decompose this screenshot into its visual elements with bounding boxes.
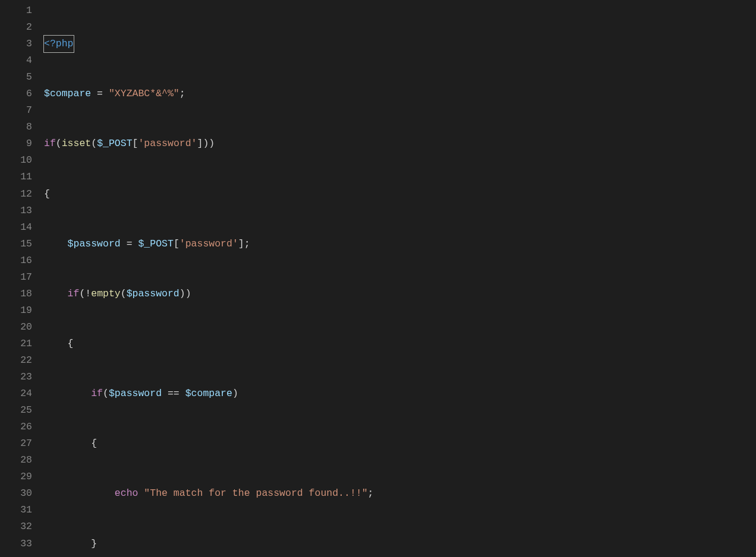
line-number: 13 <box>6 202 32 219</box>
keyword-token: if <box>91 388 103 399</box>
line-number: 31 <box>6 502 32 518</box>
keyword-token: if <box>44 138 56 149</box>
code-line[interactable]: if($password == $compare) <box>43 385 756 402</box>
indent <box>44 388 91 399</box>
line-number: 29 <box>6 469 32 485</box>
line-number: 18 <box>6 286 32 302</box>
punct-token: ) <box>209 138 215 149</box>
line-number: 20 <box>6 319 32 336</box>
line-number: 3 <box>6 36 32 52</box>
string-token: 'password' <box>179 238 238 249</box>
keyword-token: if <box>68 288 80 299</box>
punct-token: ( <box>91 138 97 149</box>
code-line[interactable]: { <box>43 186 756 202</box>
variable-token: $password <box>109 388 162 399</box>
punct-token: ( <box>79 288 85 299</box>
punct-token: ] <box>238 238 244 249</box>
string-token: "XYZABC*&^%" <box>109 88 179 99</box>
variable-token: $compare <box>44 88 91 99</box>
punct-token: ; <box>368 488 374 499</box>
line-number: 16 <box>6 252 32 269</box>
indent <box>44 438 91 449</box>
variable-token: $compare <box>185 388 232 399</box>
line-number: 24 <box>6 385 32 402</box>
line-number: 6 <box>6 86 32 102</box>
punct-token: ] <box>197 138 203 149</box>
code-line[interactable]: $password = $_POST['password']; <box>43 236 756 252</box>
brace-token: { <box>44 188 50 200</box>
keyword-token: echo <box>115 488 138 499</box>
line-number: 1 <box>6 2 32 19</box>
code-line[interactable]: echo "The match for the password found..… <box>43 485 756 502</box>
operator-token: == <box>162 388 185 399</box>
indent <box>44 488 115 499</box>
line-number: 23 <box>6 369 32 385</box>
operator-token: = <box>121 238 138 249</box>
line-number: 12 <box>6 186 32 202</box>
punct-token: ) <box>185 288 191 299</box>
line-number: 28 <box>6 452 32 469</box>
variable-token: $_POST <box>138 238 173 249</box>
string-token: 'password' <box>138 138 197 149</box>
indent <box>44 238 68 249</box>
punct-token: ; <box>179 88 185 99</box>
line-number: 17 <box>6 269 32 286</box>
brace-token: { <box>91 438 97 449</box>
line-number: 8 <box>6 119 32 135</box>
line-number: 19 <box>6 302 32 319</box>
string-token: "The match for the password found..!!" <box>144 488 367 499</box>
line-number: 32 <box>6 518 32 535</box>
brace-token: } <box>91 538 97 549</box>
code-line[interactable]: if(!empty($password)) <box>43 286 756 302</box>
function-token: empty <box>91 288 121 299</box>
punct-token: ( <box>103 388 109 399</box>
indent <box>44 538 91 549</box>
line-number: 21 <box>6 336 32 352</box>
punct-token: ) <box>203 138 209 149</box>
variable-token: $password <box>127 288 179 299</box>
function-token: isset <box>62 138 92 149</box>
code-line[interactable]: $compare = "XYZABC*&^%"; <box>43 86 756 102</box>
line-number-gutter: 1 2 3 4 5 6 7 8 9 10 11 12 13 14 15 16 1… <box>0 0 43 557</box>
line-number: 7 <box>6 102 32 119</box>
line-number: 2 <box>6 19 32 36</box>
php-open-tag: <?php <box>44 38 74 49</box>
code-line[interactable]: } <box>43 536 756 552</box>
operator-token: = <box>91 88 109 99</box>
code-content[interactable]: <?php $compare = "XYZABC*&^%"; if(isset(… <box>43 0 756 557</box>
line-number: 15 <box>6 236 32 252</box>
brace-token: { <box>68 338 74 349</box>
indent <box>44 288 68 299</box>
line-number: 25 <box>6 402 32 419</box>
operator-token: ! <box>85 288 91 299</box>
line-number: 27 <box>6 435 32 452</box>
line-number: 22 <box>6 352 32 369</box>
code-line[interactable]: { <box>43 435 756 452</box>
code-line[interactable]: { <box>43 336 756 352</box>
punct-token: ) <box>179 288 185 299</box>
indent <box>44 338 68 349</box>
punct-token: [ <box>174 238 179 249</box>
space <box>138 488 144 499</box>
line-number: 11 <box>6 169 32 185</box>
line-number: 14 <box>6 219 32 236</box>
code-line[interactable]: if(isset($_POST['password'])) <box>43 135 756 152</box>
line-number: 9 <box>6 135 32 152</box>
line-number: 10 <box>6 152 32 169</box>
code-line[interactable]: <?php <box>43 36 756 52</box>
punct-token: ( <box>121 288 127 299</box>
line-number: 26 <box>6 419 32 435</box>
line-number: 33 <box>6 536 32 552</box>
variable-token: $_POST <box>97 138 132 149</box>
variable-token: $password <box>68 238 121 249</box>
line-number: 5 <box>6 69 32 86</box>
code-editor[interactable]: 1 2 3 4 5 6 7 8 9 10 11 12 13 14 15 16 1… <box>0 0 756 557</box>
punct-token: ) <box>232 388 238 399</box>
punct-token: ; <box>244 238 250 249</box>
punct-token: [ <box>133 138 138 149</box>
line-number: 4 <box>6 52 32 69</box>
line-number: 30 <box>6 485 32 502</box>
punct-token: ( <box>56 138 62 149</box>
